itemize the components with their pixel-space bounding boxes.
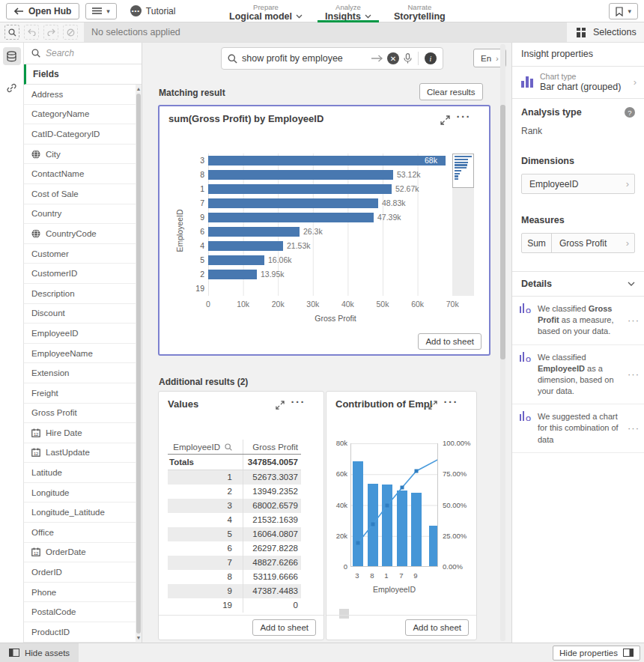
add-to-sheet-button[interactable]: Add to sheet: [405, 619, 469, 636]
bar[interactable]: [208, 198, 378, 208]
dimension-chip[interactable]: EmployeeID ›: [521, 174, 635, 194]
insight-search-box[interactable]: ✕ i: [221, 47, 443, 70]
microphone-icon[interactable]: [404, 53, 412, 64]
more-options-icon[interactable]: ···: [291, 395, 306, 408]
clear-query-icon[interactable]: ✕: [387, 52, 399, 64]
field-item[interactable]: Latitude: [24, 463, 142, 483]
bookmarks-button[interactable]: ▾: [609, 3, 638, 19]
field-item[interactable]: CustomerID: [24, 264, 142, 284]
field-item[interactable]: Office: [24, 523, 142, 543]
link-icon[interactable]: [3, 79, 21, 97]
more-options-icon[interactable]: ···: [628, 422, 640, 434]
field-item[interactable]: City: [24, 145, 142, 165]
field-item[interactable]: ProductID: [24, 622, 142, 643]
field-item[interactable]: Address: [24, 85, 142, 105]
global-menu-button[interactable]: ▾: [85, 3, 117, 19]
insight-search-input[interactable]: [242, 53, 367, 64]
bar[interactable]: [208, 255, 264, 265]
combo-plot-area[interactable]: [350, 443, 438, 567]
detail-item[interactable]: QWe classified EmployeeID as a dimension…: [512, 345, 644, 405]
field-item[interactable]: CatID-CategoryID: [24, 124, 142, 145]
tab-prepare[interactable]: Prepare Logical model: [222, 0, 310, 22]
field-item[interactable]: Description: [24, 284, 142, 304]
table-row[interactable]: 516064.0807: [168, 527, 301, 541]
tab-narrate-storytelling[interactable]: Narrate Storytelling: [386, 0, 453, 22]
table-row[interactable]: 190: [168, 598, 301, 613]
bar-plot-area[interactable]: 68k53.12k52.67k48.83k47.39k26.3k21.53k16…: [208, 154, 463, 296]
more-options-icon[interactable]: ···: [628, 315, 640, 326]
help-icon[interactable]: ?: [625, 107, 635, 118]
field-item[interactable]: 12Hire Date: [24, 423, 142, 443]
table-row[interactable]: 853119.6666: [168, 570, 301, 584]
field-item[interactable]: EmployeeID: [24, 324, 142, 344]
bar[interactable]: [208, 213, 374, 222]
fields-tab[interactable]: Fields: [24, 64, 142, 85]
details-header[interactable]: Details: [512, 271, 644, 297]
table-row[interactable]: 947387.4483: [168, 584, 301, 598]
hide-properties-button[interactable]: Hide properties: [553, 646, 640, 661]
bar[interactable]: [208, 184, 392, 194]
fields-scrollbar[interactable]: ▲ ▼: [136, 85, 142, 643]
main-scroll-thumb[interactable]: [500, 105, 505, 359]
field-item[interactable]: Discount: [24, 304, 142, 324]
fields-search[interactable]: [24, 43, 142, 64]
add-to-sheet-button[interactable]: Add to sheet: [252, 619, 316, 636]
table-row[interactable]: 368002.6579: [168, 499, 301, 513]
field-item[interactable]: Longitude: [24, 483, 142, 503]
column-search-icon[interactable]: [225, 443, 232, 451]
step-forward-icon[interactable]: [43, 25, 58, 40]
fields-search-input[interactable]: [46, 48, 121, 58]
insight-chart-card[interactable]: sum(Gross Profit) by EmployeeID ··· Empl…: [158, 105, 490, 356]
info-icon[interactable]: i: [425, 52, 437, 64]
tutorial-link[interactable]: ••• Tutorial: [130, 5, 176, 16]
step-back-icon[interactable]: [24, 25, 39, 40]
field-item[interactable]: OrderID: [24, 562, 142, 583]
detail-item[interactable]: QWe suggested a chart for this combinati…: [512, 404, 644, 453]
add-to-sheet-button[interactable]: Add to sheet: [418, 333, 482, 350]
bar[interactable]: [208, 227, 300, 237]
chart-minimap[interactable]: [452, 154, 474, 188]
field-item[interactable]: Longitude_Latitude: [24, 502, 142, 523]
clear-selections-icon[interactable]: [63, 25, 78, 40]
scroll-down-icon[interactable]: ▼: [136, 634, 142, 642]
data-assets-icon[interactable]: [3, 47, 21, 65]
table-row[interactable]: 421532.1639: [168, 513, 301, 527]
scroll-up-icon[interactable]: ▲: [136, 85, 142, 93]
values-table[interactable]: EmployeeIDGross ProfitTotals347854.00571…: [168, 440, 301, 613]
submit-arrow-icon[interactable]: [371, 55, 383, 62]
field-item[interactable]: EmployeeName: [24, 344, 142, 364]
table-row[interactable]: 748827.6266: [168, 556, 301, 570]
more-options-icon[interactable]: ···: [457, 110, 472, 123]
field-item[interactable]: CountryCode: [24, 224, 142, 244]
values-table-card[interactable]: Values ··· EmployeeIDGross ProfitTotals3…: [158, 391, 324, 640]
chart-type-row[interactable]: Chart type Bar chart (grouped) ›: [512, 67, 644, 99]
hide-assets-button[interactable]: Hide assets: [0, 643, 79, 662]
fields-scroll-thumb[interactable]: [136, 94, 141, 634]
tab-analyze-insights[interactable]: Analyze Insights: [318, 0, 379, 22]
field-item[interactable]: Customer: [24, 244, 142, 264]
table-row[interactable]: 213949.2352: [168, 485, 301, 499]
field-item[interactable]: Extension: [24, 363, 142, 383]
field-item[interactable]: 12OrderDate: [24, 543, 142, 563]
field-item[interactable]: Phone: [24, 583, 142, 603]
clear-results-button[interactable]: Clear results: [419, 83, 483, 100]
detail-item[interactable]: QWe classified Gross Profit as a measure…: [512, 297, 644, 345]
field-item[interactable]: 12LastUpdate: [24, 443, 142, 464]
more-options-icon[interactable]: ···: [444, 395, 459, 408]
measure-chip[interactable]: Sum Gross Profit ›: [521, 233, 635, 253]
open-hub-button[interactable]: Open Hub: [6, 3, 79, 19]
more-options-icon[interactable]: ···: [628, 368, 640, 380]
bar[interactable]: [208, 270, 257, 279]
contribution-chart-card[interactable]: Contribution of Employe... ··· 80k60k40k…: [326, 391, 477, 640]
bar[interactable]: [208, 156, 446, 166]
field-item[interactable]: Cost of Sale: [24, 184, 142, 204]
main-scrollbar[interactable]: [500, 44, 505, 641]
expand-icon[interactable]: [440, 115, 450, 125]
bar[interactable]: [208, 241, 283, 251]
expand-icon[interactable]: [428, 401, 437, 410]
field-item[interactable]: CategoryName: [24, 105, 142, 125]
field-item[interactable]: Country: [24, 204, 142, 225]
smart-search-icon[interactable]: [4, 25, 19, 40]
table-row[interactable]: 152673.3037: [168, 470, 301, 485]
selections-button[interactable]: Selections: [569, 22, 644, 42]
